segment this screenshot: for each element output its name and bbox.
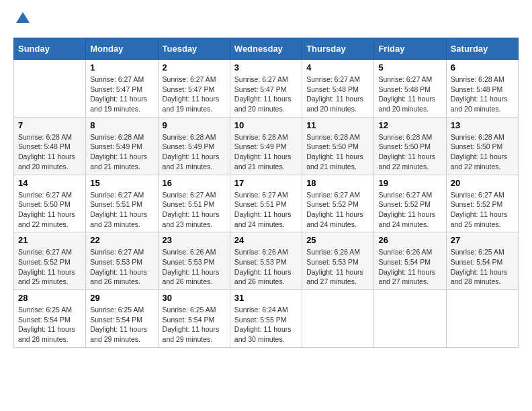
calendar-cell — [374, 290, 446, 348]
calendar-cell: 27Sunrise: 6:25 AMSunset: 5:54 PMDayligh… — [446, 232, 518, 290]
day-info: Sunrise: 6:28 AMSunset: 5:49 PMDaylight:… — [90, 132, 153, 172]
day-number: 28 — [18, 293, 81, 303]
day-number: 10 — [234, 120, 298, 130]
day-number: 24 — [234, 235, 298, 245]
day-number: 17 — [234, 178, 298, 188]
calendar-cell: 29Sunrise: 6:25 AMSunset: 5:54 PMDayligh… — [86, 290, 158, 348]
calendar-week-3: 14Sunrise: 6:27 AMSunset: 5:50 PMDayligh… — [14, 175, 519, 232]
day-number: 11 — [306, 120, 369, 130]
header-monday: Monday — [86, 38, 158, 60]
calendar-cell: 13Sunrise: 6:28 AMSunset: 5:50 PMDayligh… — [446, 117, 518, 175]
day-info: Sunrise: 6:27 AMSunset: 5:52 PMDaylight:… — [378, 190, 441, 230]
day-number: 6 — [451, 62, 514, 73]
header-friday: Friday — [374, 38, 446, 60]
day-number: 25 — [306, 235, 369, 245]
day-info: Sunrise: 6:28 AMSunset: 5:48 PMDaylight:… — [18, 132, 81, 172]
calendar-cell: 19Sunrise: 6:27 AMSunset: 5:52 PMDayligh… — [374, 175, 446, 232]
day-number: 26 — [378, 235, 441, 245]
day-info: Sunrise: 6:27 AMSunset: 5:47 PMDaylight:… — [90, 75, 153, 114]
calendar-week-4: 21Sunrise: 6:27 AMSunset: 5:52 PMDayligh… — [14, 232, 519, 290]
header-wednesday: Wednesday — [230, 38, 302, 60]
calendar-cell: 9Sunrise: 6:28 AMSunset: 5:49 PMDaylight… — [158, 117, 230, 175]
day-info: Sunrise: 6:26 AMSunset: 5:53 PMDaylight:… — [163, 247, 226, 287]
day-number: 21 — [18, 235, 81, 245]
day-number: 31 — [234, 293, 298, 303]
calendar-cell: 15Sunrise: 6:27 AMSunset: 5:51 PMDayligh… — [86, 175, 158, 232]
calendar-cell: 2Sunrise: 6:27 AMSunset: 5:47 PMDaylight… — [158, 60, 230, 118]
day-number: 29 — [90, 293, 153, 303]
day-number: 5 — [378, 62, 441, 73]
calendar-cell: 10Sunrise: 6:28 AMSunset: 5:49 PMDayligh… — [230, 117, 302, 175]
day-info: Sunrise: 6:28 AMSunset: 5:49 PMDaylight:… — [234, 132, 298, 172]
day-info: Sunrise: 6:28 AMSunset: 5:50 PMDaylight:… — [451, 132, 514, 172]
day-info: Sunrise: 6:27 AMSunset: 5:52 PMDaylight:… — [306, 190, 369, 230]
calendar-cell: 30Sunrise: 6:25 AMSunset: 5:54 PMDayligh… — [158, 290, 230, 348]
calendar-cell: 21Sunrise: 6:27 AMSunset: 5:52 PMDayligh… — [14, 232, 86, 290]
svg-marker-0 — [16, 12, 30, 23]
day-info: Sunrise: 6:25 AMSunset: 5:54 PMDaylight:… — [163, 305, 226, 345]
header-sunday: Sunday — [14, 38, 86, 60]
day-number: 14 — [18, 178, 81, 188]
calendar-week-5: 28Sunrise: 6:25 AMSunset: 5:54 PMDayligh… — [14, 290, 519, 348]
day-info: Sunrise: 6:27 AMSunset: 5:52 PMDaylight:… — [18, 247, 81, 287]
day-info: Sunrise: 6:25 AMSunset: 5:54 PMDaylight:… — [90, 305, 153, 345]
header-saturday: Saturday — [446, 38, 518, 60]
logo-icon — [15, 11, 31, 27]
day-info: Sunrise: 6:27 AMSunset: 5:51 PMDaylight:… — [234, 190, 298, 230]
day-number: 18 — [306, 178, 369, 188]
day-number: 19 — [378, 178, 441, 188]
day-number: 9 — [163, 120, 226, 130]
calendar-cell: 12Sunrise: 6:28 AMSunset: 5:50 PMDayligh… — [374, 117, 446, 175]
day-number: 15 — [90, 178, 153, 188]
calendar-cell: 23Sunrise: 6:26 AMSunset: 5:53 PMDayligh… — [158, 232, 230, 290]
calendar-cell: 24Sunrise: 6:26 AMSunset: 5:53 PMDayligh… — [230, 232, 302, 290]
header-thursday: Thursday — [302, 38, 374, 60]
day-info: Sunrise: 6:27 AMSunset: 5:51 PMDaylight:… — [163, 190, 226, 230]
calendar-cell: 22Sunrise: 6:27 AMSunset: 5:53 PMDayligh… — [86, 232, 158, 290]
calendar-cell: 7Sunrise: 6:28 AMSunset: 5:48 PMDaylight… — [14, 117, 86, 175]
day-info: Sunrise: 6:24 AMSunset: 5:55 PMDaylight:… — [234, 305, 298, 345]
calendar-cell: 17Sunrise: 6:27 AMSunset: 5:51 PMDayligh… — [230, 175, 302, 232]
day-number: 23 — [163, 235, 226, 245]
calendar-cell — [446, 290, 518, 348]
day-info: Sunrise: 6:26 AMSunset: 5:53 PMDaylight:… — [306, 247, 369, 287]
calendar-cell: 11Sunrise: 6:28 AMSunset: 5:50 PMDayligh… — [302, 117, 374, 175]
header-tuesday: Tuesday — [158, 38, 230, 60]
calendar-cell: 14Sunrise: 6:27 AMSunset: 5:50 PMDayligh… — [14, 175, 86, 232]
calendar-cell: 5Sunrise: 6:27 AMSunset: 5:48 PMDaylight… — [374, 60, 446, 118]
day-info: Sunrise: 6:27 AMSunset: 5:51 PMDaylight:… — [90, 190, 153, 230]
calendar-cell: 16Sunrise: 6:27 AMSunset: 5:51 PMDayligh… — [158, 175, 230, 232]
calendar-cell: 20Sunrise: 6:27 AMSunset: 5:52 PMDayligh… — [446, 175, 518, 232]
day-info: Sunrise: 6:28 AMSunset: 5:49 PMDaylight:… — [163, 132, 226, 172]
day-number: 13 — [451, 120, 514, 130]
calendar-cell: 6Sunrise: 6:28 AMSunset: 5:48 PMDaylight… — [446, 60, 518, 118]
day-info: Sunrise: 6:25 AMSunset: 5:54 PMDaylight:… — [451, 247, 514, 287]
day-number: 20 — [451, 178, 514, 188]
day-info: Sunrise: 6:28 AMSunset: 5:50 PMDaylight:… — [378, 132, 441, 172]
calendar-header-row: SundayMondayTuesdayWednesdayThursdayFrid… — [14, 38, 519, 60]
day-number: 7 — [18, 120, 81, 130]
day-info: Sunrise: 6:27 AMSunset: 5:48 PMDaylight:… — [306, 75, 369, 114]
calendar-cell: 28Sunrise: 6:25 AMSunset: 5:54 PMDayligh… — [14, 290, 86, 348]
day-number: 16 — [163, 178, 226, 188]
day-info: Sunrise: 6:27 AMSunset: 5:47 PMDaylight:… — [234, 75, 298, 114]
calendar-cell: 1Sunrise: 6:27 AMSunset: 5:47 PMDaylight… — [86, 60, 158, 118]
day-info: Sunrise: 6:27 AMSunset: 5:53 PMDaylight:… — [90, 247, 153, 287]
day-number: 3 — [234, 62, 298, 73]
day-number: 22 — [90, 235, 153, 245]
day-info: Sunrise: 6:25 AMSunset: 5:54 PMDaylight:… — [18, 305, 81, 345]
day-info: Sunrise: 6:27 AMSunset: 5:52 PMDaylight:… — [451, 190, 514, 230]
day-info: Sunrise: 6:28 AMSunset: 5:48 PMDaylight:… — [451, 75, 514, 114]
day-number: 8 — [90, 120, 153, 130]
calendar-week-2: 7Sunrise: 6:28 AMSunset: 5:48 PMDaylight… — [14, 117, 519, 175]
calendar-cell: 4Sunrise: 6:27 AMSunset: 5:48 PMDaylight… — [302, 60, 374, 118]
calendar-cell: 26Sunrise: 6:26 AMSunset: 5:54 PMDayligh… — [374, 232, 446, 290]
day-info: Sunrise: 6:27 AMSunset: 5:47 PMDaylight:… — [163, 75, 226, 114]
calendar-table: SundayMondayTuesdayWednesdayThursdayFrid… — [13, 38, 519, 348]
day-number: 2 — [163, 62, 226, 73]
day-number: 12 — [378, 120, 441, 130]
day-number: 1 — [90, 62, 153, 73]
calendar-cell: 8Sunrise: 6:28 AMSunset: 5:49 PMDaylight… — [86, 117, 158, 175]
calendar-cell: 31Sunrise: 6:24 AMSunset: 5:55 PMDayligh… — [230, 290, 302, 348]
day-info: Sunrise: 6:26 AMSunset: 5:53 PMDaylight:… — [234, 247, 298, 287]
